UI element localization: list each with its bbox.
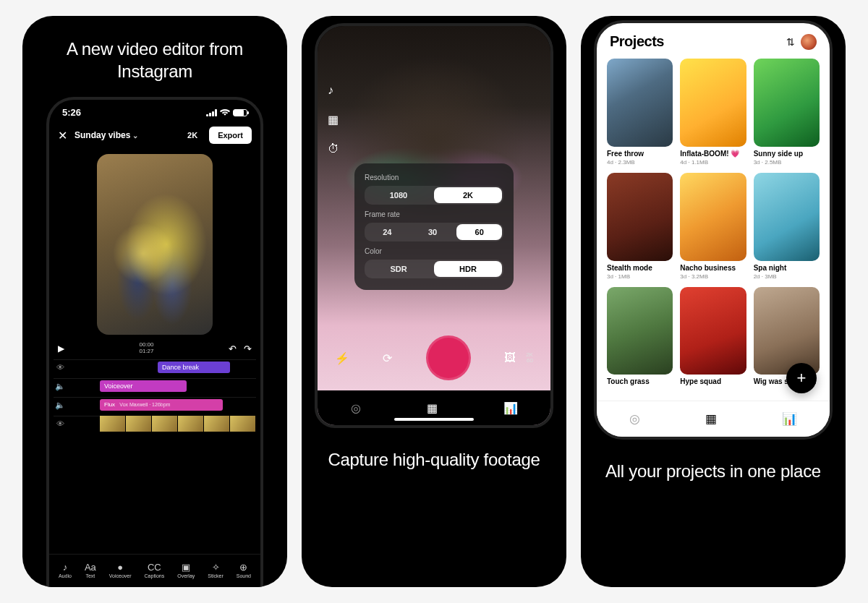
quality-indicator[interactable]: 2K 60 [526,352,533,364]
panel-video-editor: A new video editor from Instagram 5:26 ✕… [22,16,287,587]
project-meta: 3d · 3.2MB [680,273,746,280]
toolbar-sticker[interactable]: ✧Sticker [208,562,223,578]
projects-title: Projects [610,33,780,50]
project-card[interactable]: Hype squad [680,287,746,388]
clip-flux-meta: Vox Maxwell · 126bpm [119,402,170,407]
projects-header: Projects ⇅ [597,23,830,56]
project-name: Spa night [754,264,820,273]
toolbar-audio[interactable]: ♪Audio [59,562,72,578]
toolbar-overlay[interactable]: ▣Overlay [177,562,195,578]
project-card[interactable]: Nacho business3d · 3.2MB [680,173,746,280]
nav-insights-icon[interactable]: 📊 [503,401,518,415]
play-icon[interactable]: ▶ [58,343,64,354]
new-project-button[interactable]: + [786,363,817,393]
project-name: Stealth mode [607,264,673,273]
toolbar-label: Voiceover [109,573,132,578]
status-bar: 5:26 [49,100,260,121]
nav-projects-icon[interactable]: ▦ [705,411,717,427]
project-name: Sunny side up [754,150,820,158]
nav-record-icon[interactable]: ◎ [351,401,361,415]
toolbar-label: Text [85,573,95,578]
toolbar-captions[interactable]: CCCaptions [145,562,165,578]
project-thumbnail [607,287,673,375]
project-card[interactable]: Sunny side up3d · 2.5MB [754,59,820,166]
segment-60[interactable]: 60 [456,224,502,240]
nav-projects-icon[interactable]: ▦ [427,401,438,415]
sticker-icon: ✧ [212,562,220,572]
project-name-dropdown[interactable]: Sunday vibes [75,130,176,140]
eye-icon[interactable]: 👁 [54,363,67,372]
flip-camera-icon[interactable]: ⟳ [383,351,392,365]
eye-icon[interactable]: 👁 [54,419,67,428]
grid-icon[interactable]: ▦ [328,113,339,127]
project-card[interactable]: Spa night2d · 3MB [754,173,820,280]
clip-dance[interactable]: Dance break [158,362,230,373]
phone-frame-camera: ♪ ▦ ⏱ Resolution 10802K Frame rate 24306… [315,23,553,428]
color-segmented[interactable]: SDRHDR [365,260,503,278]
segment-1080[interactable]: 1080 [365,186,433,205]
project-card[interactable]: Free throw4d · 2.3MB [607,59,673,166]
toolbar-text[interactable]: AaText [85,562,96,578]
timeline-tracks[interactable]: 👁 Dance break 🔈 Voiceover 🔈 Flux Vox Max… [49,359,260,432]
nav-record-icon[interactable]: ◎ [629,411,640,427]
panel-projects: Projects ⇅ Free throw4d · 2.3MBInflata-B… [581,16,846,587]
clip-voiceover[interactable]: Voiceover [100,380,187,392]
project-name: Hype squad [680,377,746,386]
toolbar-label: Overlay [177,573,195,578]
clip-video-thumbs[interactable] [100,416,256,432]
color-label: Color [365,247,503,255]
phone-frame-editor: 5:26 ✕ Sunday vibes 2K Export ▶ 00:00 01… [46,97,263,587]
capture-controls: ⚡ ⟳ 🖼 2K 60 [318,335,550,380]
sort-icon[interactable]: ⇅ [786,36,795,48]
avatar[interactable] [801,34,817,50]
toolbar-voiceover[interactable]: ●Voiceover [109,562,132,578]
panel2-title: Capture high-quality footage [302,428,566,491]
audio-icon[interactable]: 🔈 [54,401,67,410]
voiceover-icon: ● [117,562,123,572]
export-button[interactable]: Export [209,127,252,144]
project-card[interactable]: Inflata-BOOM! 💗4d · 1.1MB [680,59,746,166]
toolbar-sound[interactable]: ⊕Sound [237,562,251,578]
gallery-icon[interactable]: 🖼 [504,351,516,364]
project-thumbnail [680,287,746,375]
project-card[interactable]: Touch grass [607,287,673,388]
track-row[interactable]: 🔈 Flux Vox Maxwell · 126bpm [54,397,256,413]
track-row[interactable]: 🔈 Voiceover [54,378,256,394]
clip-flux[interactable]: Flux Vox Maxwell · 126bpm [100,399,223,411]
project-name: Inflata-BOOM! 💗 [680,150,746,158]
segment-2k[interactable]: 2K [434,187,502,203]
redo-icon[interactable]: ↷ [244,343,252,354]
project-name: Free throw [607,150,673,158]
audio-icon[interactable]: 🔈 [54,382,67,391]
resolution-chip[interactable]: 2K [183,128,202,142]
video-preview[interactable] [97,154,213,335]
captions-icon: CC [148,562,161,572]
battery-icon [233,109,247,116]
project-name: Nacho business [680,264,746,273]
framerate-segmented[interactable]: 243060 [365,223,503,241]
resolution-segmented[interactable]: 10802K [365,186,503,205]
duration: 01:27 [73,348,220,355]
audio-icon: ♪ [63,562,68,572]
music-icon[interactable]: ♪ [328,84,339,97]
undo-icon[interactable]: ↶ [229,343,237,354]
toolbar-label: Captions [145,573,165,578]
flash-icon[interactable]: ⚡ [335,351,349,365]
segment-30[interactable]: 30 [410,223,456,241]
segment-24[interactable]: 24 [365,223,410,241]
project-meta: 3d · 2.5MB [754,159,820,166]
close-icon[interactable]: ✕ [58,129,67,142]
track-row[interactable]: 👁 [54,416,256,432]
timer-icon[interactable]: ⏱ [328,142,339,155]
signal-icon [206,109,217,116]
projects-grid: Free throw4d · 2.3MBInflata-BOOM! 💗4d · … [597,56,830,387]
capture-settings-card: Resolution 10802K Frame rate 243060 Colo… [354,163,514,290]
track-row[interactable]: 👁 Dance break [54,359,256,375]
shutter-button[interactable] [426,335,471,380]
timecode: 00:00 01:27 [73,342,220,355]
nav-insights-icon[interactable]: 📊 [782,411,797,427]
project-meta: 4d · 2.3MB [607,159,673,166]
segment-hdr[interactable]: HDR [434,261,502,277]
segment-sdr[interactable]: SDR [365,260,433,278]
project-card[interactable]: Stealth mode3d · 1MB [607,173,673,280]
